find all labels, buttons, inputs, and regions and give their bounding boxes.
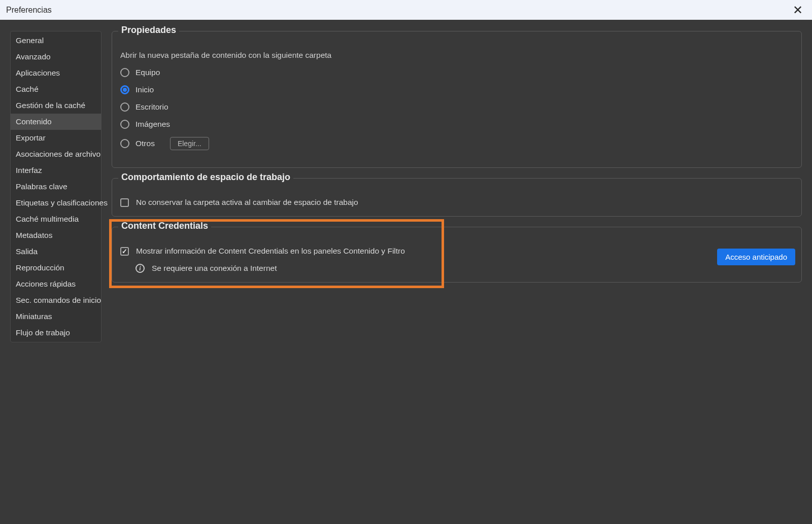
radio-label: Otros (136, 139, 155, 148)
sidebar-item[interactable]: Aplicaciones (11, 65, 101, 81)
properties-group: Propiedades Abrir la nueva pestaña de co… (112, 31, 802, 168)
sidebar-item[interactable]: Asociaciones de archivo (11, 146, 101, 162)
radio-row[interactable]: Imágenes (120, 120, 793, 129)
sidebar-item[interactable]: Acciones rápidas (11, 276, 101, 292)
sidebar-item[interactable]: Exportar (11, 130, 101, 146)
sidebar-item[interactable]: Gestión de la caché (11, 97, 101, 114)
sidebar-item[interactable]: Caché (11, 81, 101, 97)
credentials-checkbox-label: Mostrar información de Content Credentia… (136, 247, 405, 256)
radio-label: Escritorio (136, 102, 168, 112)
credentials-group: Content Credentials Mostrar información … (112, 227, 802, 283)
sidebar-item[interactable]: Salida (11, 243, 101, 260)
radio-button[interactable] (120, 120, 129, 129)
radio-row[interactable]: Equipo (120, 68, 793, 77)
radio-button[interactable] (120, 85, 129, 94)
title-bar: Preferencias ✕ (0, 0, 812, 20)
sidebar-item[interactable]: Reproducción (11, 260, 101, 276)
workspace-group: Comportamiento de espacio de trabajo No … (112, 178, 802, 217)
workspace-checkbox-label: No conservar la carpeta activa al cambia… (136, 198, 358, 207)
radio-row[interactable]: OtrosElegir... (120, 137, 793, 150)
sidebar-item[interactable]: Contenido (11, 114, 101, 130)
radio-label: Equipo (136, 68, 160, 77)
radio-row[interactable]: Escritorio (120, 102, 793, 112)
sidebar-item[interactable]: Sec. comandos de inicio (11, 292, 101, 308)
radio-button[interactable] (120, 68, 129, 77)
dialog-body: GeneralAvanzadoAplicacionesCachéGestión … (0, 20, 812, 342)
sidebar-item[interactable]: General (11, 32, 101, 49)
credentials-checkbox-row[interactable]: Mostrar información de Content Credentia… (120, 247, 793, 256)
credentials-legend: Content Credentials (118, 221, 211, 231)
credentials-info-row: i Se requiere una conexión a Internet (136, 264, 793, 273)
sidebar-item[interactable]: Etiquetas y clasificaciones (11, 195, 101, 211)
radio-row[interactable]: Inicio (120, 85, 793, 94)
radio-label: Imágenes (136, 120, 170, 129)
workspace-legend: Comportamiento de espacio de trabajo (118, 172, 293, 183)
early-access-button[interactable]: Acceso anticipado (717, 249, 795, 265)
sidebar-item[interactable]: Caché multimedia (11, 211, 101, 227)
sidebar-item[interactable]: Miniaturas (11, 308, 101, 325)
sidebar-item[interactable]: Flujo de trabajo (11, 325, 101, 341)
info-icon: i (136, 264, 145, 273)
close-icon[interactable]: ✕ (790, 3, 806, 17)
content-panel: Propiedades Abrir la nueva pestaña de co… (112, 31, 802, 342)
workspace-checkbox[interactable] (120, 198, 129, 207)
sidebar-item[interactable]: Avanzado (11, 49, 101, 65)
properties-legend: Propiedades (118, 25, 179, 36)
credentials-info-text: Se requiere una conexión a Internet (152, 264, 277, 273)
sidebar-item[interactable]: Interfaz (11, 162, 101, 179)
preferences-sidebar: GeneralAvanzadoAplicacionesCachéGestión … (10, 31, 101, 342)
radio-button[interactable] (120, 139, 129, 148)
sidebar-item[interactable]: Palabras clave (11, 179, 101, 195)
sidebar-item[interactable]: Metadatos (11, 227, 101, 243)
workspace-checkbox-row[interactable]: No conservar la carpeta activa al cambia… (120, 198, 793, 207)
credentials-checkbox[interactable] (120, 247, 129, 256)
choose-button[interactable]: Elegir... (170, 137, 209, 150)
radio-label: Inicio (136, 85, 154, 94)
window-title: Preferencias (6, 6, 790, 15)
radio-button[interactable] (120, 102, 129, 112)
properties-description: Abrir la nueva pestaña de contenido con … (120, 51, 793, 60)
